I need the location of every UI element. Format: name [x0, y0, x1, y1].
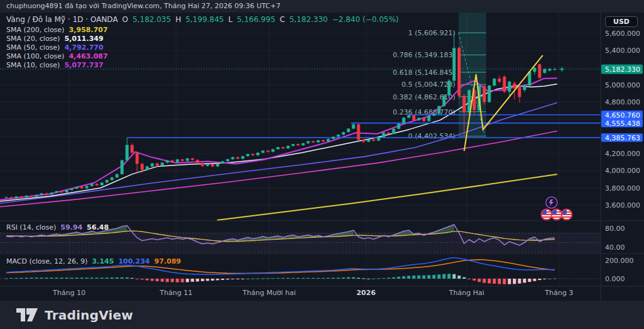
time-axis[interactable]: Tháng 10Tháng 11Tháng Mười hai2026Tháng …: [52, 289, 573, 297]
price-level-badge: 4,385.763: [601, 133, 643, 142]
high-label: H: [175, 15, 181, 24]
open-value: 5,182.035: [133, 15, 171, 24]
footer-bar: TradingView: [0, 301, 644, 329]
price-axis-label: 5,400.000: [605, 47, 640, 55]
sma-10-legend[interactable]: SMA (10, close) 5,077.737: [6, 61, 103, 69]
macd-label: MACD (close, 12, 26, 9): [6, 257, 87, 265]
sma-20-label: SMA (20, close): [6, 35, 60, 43]
sma-100-legend[interactable]: SMA (100, close) 4,463.087: [6, 52, 108, 60]
fib-level-label: 0.786 (5,349.183): [392, 51, 455, 59]
time-axis-label: 2026: [357, 289, 376, 297]
price-axis[interactable]: 5,600.0005,400.0005,000.0004,800.0004,20…: [601, 30, 643, 283]
sma-100-label: SMA (100, close): [6, 52, 64, 60]
price-axis-label: 4,800.000: [605, 98, 640, 106]
price-level-badge: 4,555.438: [601, 119, 643, 128]
low-value: 5,166.995: [237, 15, 275, 24]
lightning-event-icon[interactable]: [546, 197, 557, 208]
price-level-lines: [127, 115, 601, 138]
rsi-label: RSI (14, close): [6, 223, 56, 231]
svg-text:4,555.438: 4,555.438: [605, 120, 640, 128]
sma-50-label: SMA (50, close): [6, 43, 60, 52]
price-axis-label: 5,000.000: [605, 81, 640, 89]
close-value: 5,182.330: [289, 15, 328, 24]
fib-level-labels: 1 (5,606.921)0.786 (5,349.183)0.618 (5,1…: [392, 29, 455, 140]
time-axis-label: Tháng 3: [545, 289, 574, 297]
price-axis-label: 4,000.000: [605, 167, 640, 175]
sma-200-label: SMA (200, close): [6, 26, 64, 34]
low-label: L: [228, 15, 233, 24]
macd-hist-value: 3.145: [92, 257, 114, 265]
sma-200-line: [217, 174, 557, 220]
svg-text:4,650.760: 4,650.760: [605, 111, 640, 120]
rsi-axis-label: 80.00: [605, 225, 625, 233]
symbol-title: Vàng / Đô la Mỹ · 1D · OANDA: [6, 15, 118, 24]
price-axis-label: 5,600.000: [605, 30, 640, 38]
svg-text:4,385.763: 4,385.763: [605, 134, 640, 142]
fib-level-label: 0.618 (5,146.845): [392, 69, 455, 77]
time-axis-label: Tháng Hai: [448, 289, 484, 297]
sma-200-value: 3,958.707: [69, 26, 108, 34]
svg-text:5,182.330: 5,182.330: [605, 65, 640, 74]
time-axis-label: Tháng 10: [52, 289, 86, 297]
sma-200-legend[interactable]: SMA (200, close) 3,958.707: [6, 26, 108, 34]
tradingview-logo-icon[interactable]: [16, 308, 39, 322]
fib-level-label: 1 (5,606.921): [408, 29, 455, 37]
macd-signal-value: 97.089: [154, 257, 180, 265]
current-price-badge: 5,182.330: [601, 65, 643, 74]
time-axis-label: Tháng 11: [159, 289, 192, 297]
sma-10-value: 5,077.737: [64, 61, 103, 69]
sma-100-value: 4,463.087: [69, 52, 108, 60]
attribution-text: chuphuong4891 đã tạo với TradingView.com…: [6, 2, 280, 10]
sma-20-value: 5,011.349: [64, 35, 103, 43]
us-flag-event-icon[interactable]: [541, 209, 552, 221]
sma-10-label: SMA (10, close): [6, 61, 60, 69]
price-axis-label: 3,800.000: [605, 184, 640, 192]
fib-level-label: 0 (4,402.534): [408, 132, 455, 140]
high-value: 5,199.845: [186, 15, 224, 24]
macd-axis-label: 200.000: [605, 257, 634, 265]
price-axis-label: 3,600.000: [605, 201, 640, 209]
tradingview-chart-page: chuphuong4891 đã tạo với TradingView.com…: [0, 0, 644, 329]
rsi-ma-value: 56.48: [87, 223, 109, 231]
rsi-legend[interactable]: RSI (14, close) 59.94 56.48: [6, 223, 109, 231]
close-label: C: [280, 15, 285, 24]
fib-level-label: 0.5 (5,004.728): [401, 81, 455, 89]
macd-axis-label: 0.000: [605, 275, 625, 283]
sma-20-legend[interactable]: SMA (20, close) 5,011.349: [6, 35, 103, 43]
sma-100-line: [0, 131, 557, 207]
price-level-badge: 4,650.760: [601, 111, 643, 120]
price-axis-label: 4,200.000: [605, 150, 640, 158]
symbol-legend[interactable]: Vàng / Đô la Mỹ · 1D · OANDA O 5,182.035…: [6, 15, 399, 24]
macd-legend[interactable]: MACD (close, 12, 26, 9) 3.145 100.234 97…: [6, 257, 181, 265]
rsi-value: 59.94: [60, 223, 82, 231]
open-label: O: [122, 15, 128, 24]
us-flag-event-icon[interactable]: [552, 209, 562, 221]
fib-level-label: 0.382 (4,862.610): [392, 93, 455, 101]
event-markers: [541, 197, 572, 220]
tradingview-brand-text[interactable]: TradingView: [45, 308, 133, 323]
attribution-bar: chuphuong4891 đã tạo với TradingView.com…: [0, 0, 644, 13]
time-axis-label: Tháng Mười hai: [242, 289, 296, 297]
rsi-axis-label: 40.00: [605, 243, 625, 252]
us-flag-event-icon[interactable]: [562, 209, 572, 221]
sma-50-value: 4,792.770: [64, 43, 103, 52]
currency-label: USD: [613, 18, 630, 26]
macd-line-value: 100.234: [118, 257, 150, 265]
sma-50-legend[interactable]: SMA (50, close) 4,792.770: [6, 43, 103, 52]
currency-toggle-button[interactable]: USD: [605, 16, 638, 27]
change-value: −2.840 (−0.05%): [332, 15, 399, 24]
